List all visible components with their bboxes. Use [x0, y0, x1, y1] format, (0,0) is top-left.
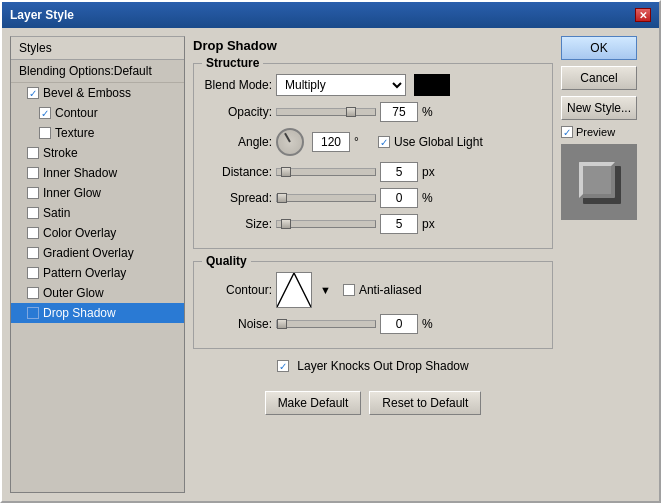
sidebar-item-color-overlay[interactable]: Color Overlay	[11, 223, 184, 243]
contour-checkbox[interactable]	[39, 107, 51, 119]
pattern-overlay-checkbox[interactable]	[27, 267, 39, 279]
contour-preview[interactable]	[276, 272, 312, 308]
cancel-button[interactable]: Cancel	[561, 66, 637, 90]
inner-glow-label: Inner Glow	[43, 186, 101, 200]
angle-dial[interactable]	[276, 128, 304, 156]
outer-glow-checkbox[interactable]	[27, 287, 39, 299]
sidebar-item-stroke[interactable]: Stroke	[11, 143, 184, 163]
angle-row: Angle: ° Use Global Light	[202, 128, 544, 156]
texture-label: Texture	[55, 126, 94, 140]
close-button[interactable]: ✕	[635, 8, 651, 22]
opacity-slider[interactable]	[276, 108, 376, 116]
global-light-label: Use Global Light	[394, 135, 483, 149]
layer-style-dialog: Layer Style ✕ Styles Blending Options:De…	[0, 0, 661, 503]
sidebar-item-inner-glow[interactable]: Inner Glow	[11, 183, 184, 203]
distance-label: Distance:	[202, 165, 272, 179]
sidebar-item-gradient-overlay[interactable]: Gradient Overlay	[11, 243, 184, 263]
contour-row: Contour: ▼ Anti-aliased	[202, 272, 544, 308]
preview-text: Preview	[576, 126, 615, 138]
noise-slider[interactable]	[276, 320, 376, 328]
opacity-unit: %	[422, 105, 442, 119]
global-light-row[interactable]: Use Global Light	[378, 135, 483, 149]
distance-input[interactable]	[380, 162, 418, 182]
preview-checkbox[interactable]	[561, 126, 573, 138]
color-overlay-checkbox[interactable]	[27, 227, 39, 239]
anti-aliased-label: Anti-aliased	[359, 283, 422, 297]
satin-checkbox[interactable]	[27, 207, 39, 219]
preview-box	[561, 144, 637, 220]
distance-slider[interactable]	[276, 168, 376, 176]
sidebar-item-contour[interactable]: Contour	[11, 103, 184, 123]
bevel-emboss-checkbox[interactable]	[27, 87, 39, 99]
reset-to-default-button[interactable]: Reset to Default	[369, 391, 481, 415]
right-panel: OK Cancel New Style... Preview	[561, 36, 651, 493]
title-bar: Layer Style ✕	[2, 2, 659, 28]
blend-mode-wrapper[interactable]: Normal Dissolve Darken Multiply Color Bu…	[276, 74, 406, 96]
angle-label: Angle:	[202, 135, 272, 149]
drop-shadow-label: Drop Shadow	[43, 306, 116, 320]
dialog-title: Layer Style	[10, 8, 74, 22]
size-input[interactable]	[380, 214, 418, 234]
sidebar-item-texture[interactable]: Texture	[11, 123, 184, 143]
noise-thumb[interactable]	[277, 319, 287, 329]
noise-row: Noise: %	[202, 314, 544, 334]
structure-label: Structure	[202, 56, 263, 70]
main-content: Drop Shadow Structure Blend Mode: Normal…	[193, 36, 553, 493]
make-default-button[interactable]: Make Default	[265, 391, 362, 415]
bevel-emboss-label: Bevel & Emboss	[43, 86, 131, 100]
contour-dropdown-arrow[interactable]: ▼	[320, 284, 331, 296]
inner-shadow-checkbox[interactable]	[27, 167, 39, 179]
distance-thumb[interactable]	[281, 167, 291, 177]
texture-checkbox[interactable]	[39, 127, 51, 139]
ok-button[interactable]: OK	[561, 36, 637, 60]
opacity-row: Opacity: %	[202, 102, 544, 122]
new-style-button[interactable]: New Style...	[561, 96, 637, 120]
spread-thumb[interactable]	[277, 193, 287, 203]
outer-glow-label: Outer Glow	[43, 286, 104, 300]
gradient-overlay-checkbox[interactable]	[27, 247, 39, 259]
svg-rect-0	[277, 273, 311, 307]
angle-unit: °	[354, 135, 374, 149]
opacity-input[interactable]	[380, 102, 418, 122]
bottom-buttons: Make Default Reset to Default	[193, 391, 553, 415]
sidebar-item-outer-glow[interactable]: Outer Glow	[11, 283, 184, 303]
angle-input[interactable]	[312, 132, 350, 152]
drop-shadow-checkbox[interactable]	[27, 307, 39, 319]
shadow-color-swatch[interactable]	[414, 74, 450, 96]
sidebar-section-blending[interactable]: Blending Options:Default	[11, 60, 184, 83]
sidebar-item-satin[interactable]: Satin	[11, 203, 184, 223]
anti-aliased-row[interactable]: Anti-aliased	[343, 283, 422, 297]
color-overlay-label: Color Overlay	[43, 226, 116, 240]
blend-mode-select[interactable]: Normal Dissolve Darken Multiply Color Bu…	[276, 74, 406, 96]
spread-slider[interactable]	[276, 194, 376, 202]
stroke-checkbox[interactable]	[27, 147, 39, 159]
sidebar-item-pattern-overlay[interactable]: Pattern Overlay	[11, 263, 184, 283]
satin-label: Satin	[43, 206, 70, 220]
opacity-thumb[interactable]	[346, 107, 356, 117]
spread-input[interactable]	[380, 188, 418, 208]
layer-knocks-label: Layer Knocks Out Drop Shadow	[297, 359, 468, 373]
pattern-overlay-label: Pattern Overlay	[43, 266, 126, 280]
noise-input[interactable]	[380, 314, 418, 334]
spread-row: Spread: %	[202, 188, 544, 208]
anti-aliased-checkbox[interactable]	[343, 284, 355, 296]
structure-group: Structure Blend Mode: Normal Dissolve Da…	[193, 63, 553, 249]
blend-mode-label: Blend Mode:	[202, 78, 272, 92]
spread-unit: %	[422, 191, 442, 205]
size-row: Size: px	[202, 214, 544, 234]
layer-knocks-checkbox[interactable]	[277, 360, 289, 372]
size-slider[interactable]	[276, 220, 376, 228]
global-light-checkbox[interactable]	[378, 136, 390, 148]
inner-glow-checkbox[interactable]	[27, 187, 39, 199]
dialog-body: Styles Blending Options:Default Bevel & …	[2, 28, 659, 501]
noise-unit: %	[422, 317, 442, 331]
distance-row: Distance: px	[202, 162, 544, 182]
distance-unit: px	[422, 165, 442, 179]
contour-label: Contour:	[202, 283, 272, 297]
size-thumb[interactable]	[281, 219, 291, 229]
sidebar-item-inner-shadow[interactable]: Inner Shadow	[11, 163, 184, 183]
sidebar-header: Styles	[11, 37, 184, 60]
gradient-overlay-label: Gradient Overlay	[43, 246, 134, 260]
sidebar-item-bevel-emboss[interactable]: Bevel & Emboss	[11, 83, 184, 103]
sidebar-item-drop-shadow[interactable]: Drop Shadow	[11, 303, 184, 323]
